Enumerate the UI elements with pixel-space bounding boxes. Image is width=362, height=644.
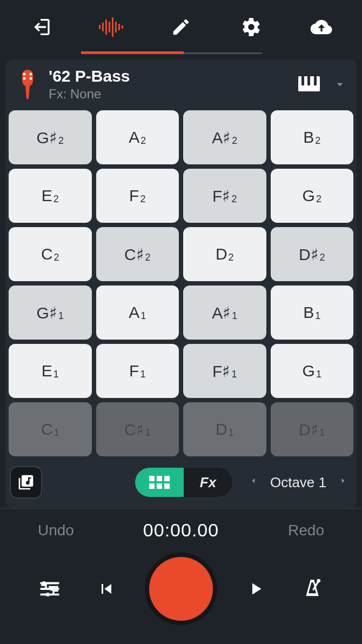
chevron-right-icon [338,473,348,489]
waveform-icon [98,16,124,38]
redo-button[interactable]: Redo [288,522,324,539]
pad-control-row: Fx Octave 1 [5,456,357,508]
instrument-header[interactable]: '62 P-Bass Fx: None [5,59,357,107]
undo-redo-row: Undo 00:00.00 Redo [0,509,362,546]
note-pad[interactable]: F♯2 [183,169,266,223]
top-nav [0,0,362,54]
svg-rect-4 [112,17,113,37]
note-pad[interactable]: B2 [271,110,354,164]
svg-rect-15 [314,76,317,85]
svg-rect-7 [122,25,123,29]
rewind-button[interactable] [93,575,120,602]
svg-rect-2 [105,19,107,35]
view-fx-segment: Fx [135,468,232,497]
timer-display: 00:00.00 [143,520,219,541]
grid-icon [149,476,170,489]
svg-rect-1 [102,23,104,31]
music-library-icon [17,474,35,491]
svg-rect-19 [41,582,59,585]
note-pad[interactable]: G♯1 [9,286,92,340]
transport-bar [0,546,362,642]
svg-rect-13 [301,76,304,85]
nav-exit[interactable] [5,0,76,54]
gear-icon [240,16,262,38]
note-pad[interactable]: C2 [9,227,92,281]
cloud-upload-icon [310,16,333,38]
note-pad[interactable]: E1 [9,344,92,398]
play-button[interactable] [242,575,269,602]
fx-toggle[interactable]: Fx [184,468,232,497]
nav-underline-active [81,51,184,54]
svg-point-10 [23,77,26,80]
note-pad[interactable]: C1 [9,402,92,456]
nav-sounds[interactable] [76,0,146,54]
undo-button[interactable]: Undo [38,522,74,539]
octave-label: Octave 1 [270,474,326,491]
svg-rect-3 [109,22,110,32]
note-pad[interactable]: D1 [183,402,266,456]
svg-rect-14 [307,76,310,85]
chevron-left-icon [249,473,258,489]
nav-upload[interactable] [286,0,357,54]
svg-point-11 [30,77,32,80]
note-pad[interactable]: A2 [96,110,179,164]
exit-icon [30,16,51,38]
bass-headstock-icon [14,68,41,101]
instrument-text: '62 P-Bass Fx: None [49,67,291,102]
instrument-title: '62 P-Bass [49,67,291,85]
note-pad[interactable]: D♯1 [271,402,354,456]
note-pad[interactable]: G1 [271,344,354,398]
note-pad-grid: G♯2A2A♯2B2E2F2F♯2G2C2C♯2D2D♯2G♯1A1A♯1B1E… [5,107,357,456]
octave-prev[interactable] [245,472,262,493]
note-pad[interactable]: C♯1 [96,402,179,456]
note-pad[interactable]: F1 [96,344,179,398]
svg-point-9 [30,73,32,76]
instrument-panel: '62 P-Bass Fx: None G♯2A2A♯2B2E2F2F♯2G2C… [5,59,357,508]
svg-rect-0 [99,25,100,29]
note-pad[interactable]: A1 [96,286,179,340]
nav-settings[interactable] [216,0,286,54]
note-pad[interactable]: B1 [271,286,354,340]
sliders-icon [38,577,61,600]
metronome-icon [301,578,323,600]
instrument-fx-label: Fx: None [49,87,291,102]
note-pad[interactable]: G2 [271,169,354,223]
keyboard-view-icon[interactable] [298,76,320,92]
skip-previous-icon [97,579,116,599]
svg-point-8 [23,73,26,76]
note-pad[interactable]: E2 [9,169,92,223]
note-pad[interactable]: A♯1 [183,286,266,340]
svg-rect-21 [41,594,59,596]
note-pad[interactable]: G♯2 [9,110,92,164]
metronome-button[interactable] [299,575,326,602]
nav-edit[interactable] [146,0,216,54]
octave-next[interactable] [335,472,351,493]
svg-point-22 [317,579,320,583]
play-icon [246,579,265,599]
note-pad[interactable]: F♯1 [183,344,266,398]
note-pad[interactable]: C♯2 [96,227,179,281]
note-pad[interactable]: D2 [183,227,266,281]
svg-rect-20 [41,588,59,590]
mixer-button[interactable] [36,575,63,602]
note-pad[interactable]: A♯2 [183,110,266,164]
record-button[interactable] [149,557,213,621]
library-button[interactable] [11,467,41,497]
svg-rect-5 [115,22,117,32]
expand-chevron[interactable] [332,76,348,92]
note-pad[interactable]: F2 [96,169,179,223]
chevron-down-icon [333,77,347,91]
pencil-icon [171,17,191,37]
octave-nav: Octave 1 [245,472,351,493]
grid-view-toggle[interactable] [135,468,184,497]
note-pad[interactable]: D♯2 [271,227,354,281]
svg-rect-6 [118,24,120,30]
